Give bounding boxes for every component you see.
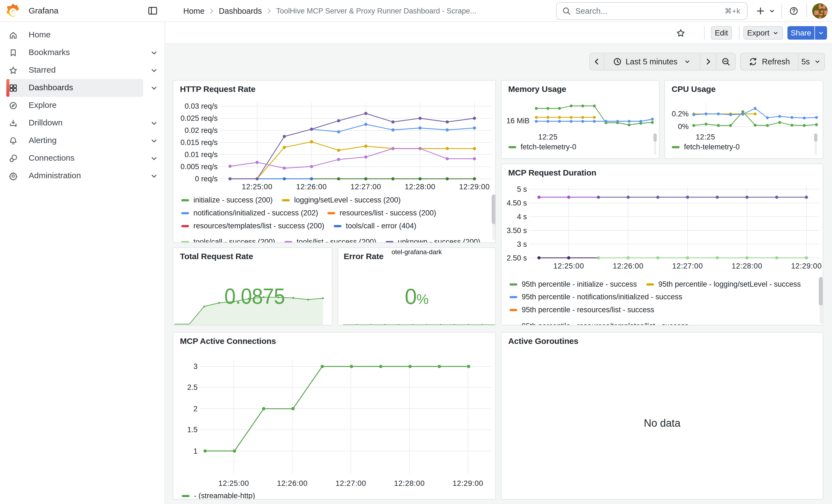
svg-text:4.50 s: 4.50 s <box>506 199 527 207</box>
svg-text:0 req/s: 0 req/s <box>195 175 218 183</box>
svg-text:12:28:00: 12:28:00 <box>732 262 762 270</box>
svg-text:1.5: 1.5 <box>187 426 198 434</box>
svg-text:12:27:00: 12:27:00 <box>350 183 381 191</box>
svg-text:12:29:00: 12:29:00 <box>452 479 484 487</box>
svg-text:12:27:00: 12:27:00 <box>672 262 703 270</box>
svg-text:12:26:00: 12:26:00 <box>277 479 308 487</box>
svg-text:12:29:00: 12:29:00 <box>459 183 490 191</box>
svg-text:0.03 req/s: 0.03 req/s <box>185 102 218 110</box>
svg-text:2: 2 <box>193 405 198 413</box>
svg-text:12:25:00: 12:25:00 <box>553 262 584 270</box>
svg-text:12:29:00: 12:29:00 <box>791 262 822 270</box>
svg-text:4 s: 4 s <box>517 213 527 221</box>
svg-text:3 s: 3 s <box>517 240 527 248</box>
svg-text:0%: 0% <box>678 123 688 131</box>
svg-text:2.50 s: 2.50 s <box>506 254 527 262</box>
svg-text:0.015 req/s: 0.015 req/s <box>181 138 218 147</box>
svg-text:1: 1 <box>193 447 198 455</box>
svg-text:0.01 req/s: 0.01 req/s <box>185 151 218 159</box>
svg-text:12:25: 12:25 <box>538 133 558 141</box>
svg-text:16 MiB: 16 MiB <box>506 117 530 125</box>
svg-text:12:25:00: 12:25:00 <box>242 183 272 191</box>
svg-text:12:26:00: 12:26:00 <box>613 262 644 270</box>
svg-text:3.50 s: 3.50 s <box>506 227 527 235</box>
svg-text:12:28:00: 12:28:00 <box>405 183 436 191</box>
svg-text:12:25: 12:25 <box>696 133 716 141</box>
svg-text:0.005 req/s: 0.005 req/s <box>181 163 218 171</box>
svg-text:0.025 req/s: 0.025 req/s <box>181 114 218 123</box>
svg-text:2.5: 2.5 <box>187 383 198 392</box>
svg-text:3: 3 <box>193 362 198 371</box>
svg-text:12:28:00: 12:28:00 <box>394 479 425 487</box>
svg-text:0.2%: 0.2% <box>672 110 688 118</box>
svg-text:12:27:00: 12:27:00 <box>335 479 366 487</box>
svg-text:5 s: 5 s <box>517 185 527 193</box>
svg-text:12:26:00: 12:26:00 <box>296 183 327 191</box>
svg-text:0.02 req/s: 0.02 req/s <box>185 126 218 135</box>
svg-text:12:25:00: 12:25:00 <box>218 479 249 487</box>
